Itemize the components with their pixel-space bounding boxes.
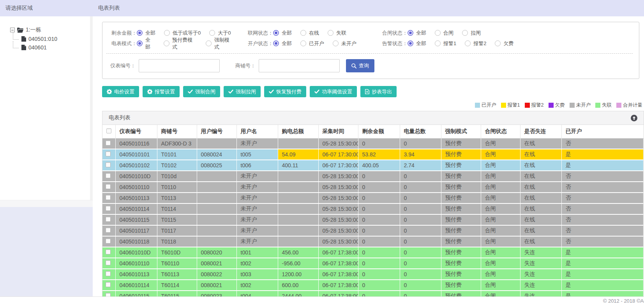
row-checkbox[interactable] <box>106 162 111 167</box>
tree-node-building[interactable]: 1:一栋 <box>10 26 93 33</box>
radio-option[interactable]: 未开户 <box>333 40 356 47</box>
action-button-抄表导出[interactable]: 抄表导出 <box>360 86 397 97</box>
radio-icon[interactable] <box>206 40 212 46</box>
row-checkbox[interactable] <box>106 260 111 265</box>
action-button-强制合闸[interactable]: 强制合闸 <box>183 86 220 97</box>
collapse-up-icon[interactable] <box>631 115 637 121</box>
select-all-checkbox[interactable] <box>106 128 111 133</box>
meter-no-label: 仪表编号： <box>110 62 136 69</box>
filter-group: 开户状态：全部已开户未开户 <box>243 40 377 47</box>
table-cell <box>102 203 115 214</box>
table-cell <box>102 258 115 269</box>
row-checkbox[interactable] <box>106 238 111 244</box>
row-checkbox[interactable] <box>106 228 111 233</box>
app-root: 请选择区域 1:一栋 040501:010 <box>0 0 644 305</box>
legend-swatch <box>525 103 530 108</box>
table-cell: 否 <box>561 225 644 236</box>
radio-option[interactable]: 全部 <box>408 30 426 37</box>
row-checkbox[interactable] <box>106 249 111 254</box>
row-checkbox[interactable] <box>106 217 111 222</box>
radio-icon[interactable] <box>137 30 143 36</box>
radio-option[interactable]: 低于或等于0 <box>164 30 201 37</box>
filter-group-label: 开户状态： <box>243 40 273 47</box>
row-checkbox[interactable] <box>106 140 111 145</box>
radio-option[interactable]: 全部 <box>273 30 292 37</box>
radio-option[interactable]: 报警1 <box>435 40 456 47</box>
row-checkbox[interactable] <box>106 151 111 156</box>
legend-swatch <box>475 103 480 108</box>
table-cell: 预付费 <box>441 203 481 214</box>
radio-icon[interactable] <box>209 30 215 36</box>
tree-collapse-icon[interactable] <box>10 28 15 32</box>
radio-icon[interactable] <box>435 30 441 36</box>
radio-option[interactable]: 合闸 <box>435 30 453 37</box>
radio-icon[interactable] <box>495 40 501 46</box>
radio-icon[interactable] <box>164 30 170 36</box>
radio-option[interactable]: 失联 <box>328 30 346 37</box>
radio-option[interactable]: 在线 <box>300 30 319 37</box>
table-cell: 0080020 <box>197 247 236 258</box>
radio-option[interactable]: 全部 <box>408 40 426 47</box>
radio-icon[interactable] <box>273 30 279 36</box>
radio-icon[interactable] <box>273 40 279 46</box>
radio-icon[interactable] <box>328 30 333 36</box>
radio-icon[interactable] <box>333 40 339 46</box>
radio-option[interactable]: 已开户 <box>300 40 324 47</box>
table-cell: 预付费 <box>441 149 481 160</box>
legend-label: 失联 <box>602 102 612 109</box>
radio-option[interactable]: 大于0 <box>209 30 231 37</box>
radio-option[interactable]: 拉闸 <box>462 30 481 37</box>
radio-option[interactable]: 欠费 <box>495 40 513 47</box>
table-cell: t006 <box>236 160 278 171</box>
action-button-电价设置[interactable]: 电价设置 <box>102 86 139 97</box>
action-button-报警设置[interactable]: 报警设置 <box>143 86 180 97</box>
table-cell: 0 <box>400 280 441 291</box>
row-checkbox[interactable] <box>106 282 111 287</box>
radio-icon[interactable] <box>408 30 413 36</box>
legend-swatch <box>549 103 554 108</box>
column-header: 电量总数 <box>400 125 441 138</box>
table-cell: 05-28 15:30:00 <box>318 225 358 236</box>
radio-option[interactable]: 预付费模式 <box>164 37 197 51</box>
filter-group: 告警状态：全部报警1报警2欠费 <box>377 40 522 47</box>
sidebar-scrollbar[interactable] <box>90 16 93 200</box>
table-cell: 合闸 <box>481 236 520 247</box>
radio-option[interactable]: 全部 <box>273 40 292 47</box>
table-cell <box>102 269 115 280</box>
radio-option[interactable]: 全部 <box>137 30 155 37</box>
radio-icon[interactable] <box>300 40 306 46</box>
row-checkbox[interactable] <box>106 173 111 178</box>
radio-icon[interactable] <box>408 40 413 46</box>
radio-icon[interactable] <box>137 40 143 46</box>
action-button-强制拉闸[interactable]: 强制拉闸 <box>224 86 261 97</box>
row-checkbox[interactable] <box>106 195 111 200</box>
table-panel-header: 电表列表 <box>102 111 644 125</box>
radio-option[interactable]: 全部 <box>137 37 155 51</box>
row-checkbox[interactable] <box>106 206 111 211</box>
area-tree-panel: 1:一栋 040501:010 040601 <box>0 16 93 200</box>
row-checkbox[interactable] <box>106 184 111 189</box>
table-cell: 在线 <box>520 193 561 203</box>
radio-option-label: 未开户 <box>341 40 356 47</box>
tree-node-meter-group[interactable]: 040501:010 <box>13 36 93 42</box>
table-row: 0405010113T0113未开户05-28 15:30:0000预付费合闸在… <box>102 193 644 203</box>
action-button-label: 报警设置 <box>155 88 175 95</box>
table-cell: t002 <box>236 258 278 269</box>
legend-label: 合并计量 <box>623 102 642 109</box>
shop-no-input[interactable] <box>259 59 340 72</box>
radio-icon[interactable] <box>462 30 468 36</box>
radio-icon[interactable] <box>164 40 169 46</box>
radio-option[interactable]: 报警2 <box>465 40 486 47</box>
table-cell: T0113 <box>157 193 197 203</box>
radio-icon[interactable] <box>300 30 306 36</box>
radio-option[interactable]: 强制模式 <box>206 37 234 51</box>
action-button-功率阈值设置[interactable]: 功率阈值设置 <box>310 86 357 97</box>
query-button[interactable]: 查询 <box>346 59 374 72</box>
row-checkbox[interactable] <box>106 271 111 276</box>
radio-icon[interactable] <box>435 40 441 46</box>
table-cell: 在线 <box>520 236 561 247</box>
meter-no-input[interactable] <box>139 59 220 72</box>
action-button-恢复预付费[interactable]: 恢复预付费 <box>264 86 306 97</box>
tree-node-meter-group[interactable]: 040601 <box>13 44 93 51</box>
radio-icon[interactable] <box>465 40 471 46</box>
